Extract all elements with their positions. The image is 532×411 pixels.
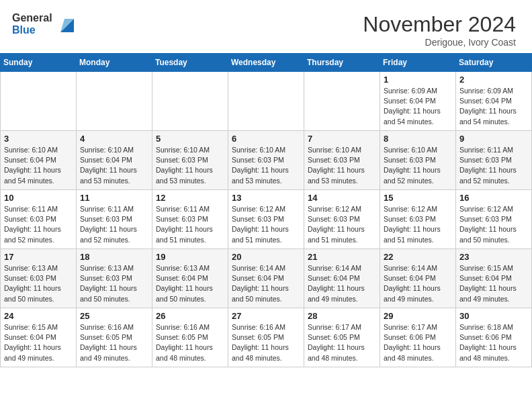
calendar-week-row: 10Sunrise: 6:11 AM Sunset: 6:03 PM Dayli… <box>1 190 532 249</box>
day-info: Sunrise: 6:13 AM Sunset: 6:03 PM Dayligh… <box>80 263 148 304</box>
calendar-week-row: 1Sunrise: 6:09 AM Sunset: 6:04 PM Daylig… <box>1 72 532 131</box>
day-number: 18 <box>80 252 148 262</box>
calendar-day-11: 11Sunrise: 6:11 AM Sunset: 6:03 PM Dayli… <box>77 190 152 249</box>
day-number: 8 <box>384 134 452 144</box>
day-info: Sunrise: 6:12 AM Sunset: 6:03 PM Dayligh… <box>232 204 300 245</box>
calendar-day-4: 4Sunrise: 6:10 AM Sunset: 6:04 PM Daylig… <box>77 131 152 190</box>
day-info: Sunrise: 6:10 AM Sunset: 6:03 PM Dayligh… <box>308 145 376 186</box>
day-info: Sunrise: 6:10 AM Sunset: 6:03 PM Dayligh… <box>384 145 452 186</box>
day-info: Sunrise: 6:15 AM Sunset: 6:04 PM Dayligh… <box>459 263 528 304</box>
calendar-day-12: 12Sunrise: 6:11 AM Sunset: 6:03 PM Dayli… <box>152 190 228 249</box>
day-info: Sunrise: 6:11 AM Sunset: 6:03 PM Dayligh… <box>156 204 224 245</box>
day-number: 5 <box>156 134 224 144</box>
day-info: Sunrise: 6:10 AM Sunset: 6:04 PM Dayligh… <box>80 145 148 186</box>
day-header-saturday: Saturday <box>456 54 532 72</box>
calendar-week-row: 3Sunrise: 6:10 AM Sunset: 6:04 PM Daylig… <box>1 131 532 190</box>
day-info: Sunrise: 6:16 AM Sunset: 6:05 PM Dayligh… <box>156 322 224 363</box>
page-header: General Blue November 2024 Derigoue, Ivo… <box>0 0 532 53</box>
day-header-tuesday: Tuesday <box>152 54 228 72</box>
calendar-day-21: 21Sunrise: 6:14 AM Sunset: 6:04 PM Dayli… <box>304 249 380 308</box>
day-number: 24 <box>4 311 73 321</box>
day-number: 7 <box>308 134 376 144</box>
calendar-empty-cell <box>77 72 152 131</box>
day-number: 13 <box>232 193 300 203</box>
location: Derigoue, Ivory Coast <box>363 37 516 48</box>
day-number: 27 <box>232 311 300 321</box>
day-number: 3 <box>4 134 73 144</box>
day-header-wednesday: Wednesday <box>228 54 304 72</box>
logo-blue-text: Blue <box>12 24 52 36</box>
calendar-day-22: 22Sunrise: 6:14 AM Sunset: 6:04 PM Dayli… <box>380 249 456 308</box>
day-info: Sunrise: 6:13 AM Sunset: 6:03 PM Dayligh… <box>4 263 73 304</box>
day-number: 15 <box>384 193 452 203</box>
calendar-day-20: 20Sunrise: 6:14 AM Sunset: 6:04 PM Dayli… <box>228 249 304 308</box>
day-number: 29 <box>384 311 452 321</box>
day-info: Sunrise: 6:10 AM Sunset: 6:03 PM Dayligh… <box>156 145 224 186</box>
calendar-day-3: 3Sunrise: 6:10 AM Sunset: 6:04 PM Daylig… <box>1 131 77 190</box>
day-number: 12 <box>156 193 224 203</box>
calendar-day-30: 30Sunrise: 6:18 AM Sunset: 6:06 PM Dayli… <box>456 308 532 367</box>
day-info: Sunrise: 6:11 AM Sunset: 6:03 PM Dayligh… <box>80 204 148 245</box>
day-info: Sunrise: 6:12 AM Sunset: 6:03 PM Dayligh… <box>308 204 376 245</box>
logo-icon <box>55 13 77 35</box>
calendar-day-19: 19Sunrise: 6:13 AM Sunset: 6:04 PM Dayli… <box>152 249 228 308</box>
day-number: 6 <box>232 134 300 144</box>
calendar-day-14: 14Sunrise: 6:12 AM Sunset: 6:03 PM Dayli… <box>304 190 380 249</box>
calendar-day-27: 27Sunrise: 6:16 AM Sunset: 6:05 PM Dayli… <box>228 308 304 367</box>
calendar-day-16: 16Sunrise: 6:12 AM Sunset: 6:03 PM Dayli… <box>456 190 532 249</box>
calendar-empty-cell <box>1 72 77 131</box>
day-number: 2 <box>459 75 528 85</box>
calendar-day-23: 23Sunrise: 6:15 AM Sunset: 6:04 PM Dayli… <box>456 249 532 308</box>
calendar-day-17: 17Sunrise: 6:13 AM Sunset: 6:03 PM Dayli… <box>1 249 77 308</box>
calendar-day-13: 13Sunrise: 6:12 AM Sunset: 6:03 PM Dayli… <box>228 190 304 249</box>
calendar-day-18: 18Sunrise: 6:13 AM Sunset: 6:03 PM Dayli… <box>77 249 152 308</box>
day-info: Sunrise: 6:17 AM Sunset: 6:05 PM Dayligh… <box>308 322 376 363</box>
calendar-day-7: 7Sunrise: 6:10 AM Sunset: 6:03 PM Daylig… <box>304 131 380 190</box>
calendar-empty-cell <box>228 72 304 131</box>
calendar-day-10: 10Sunrise: 6:11 AM Sunset: 6:03 PM Dayli… <box>1 190 77 249</box>
calendar-day-5: 5Sunrise: 6:10 AM Sunset: 6:03 PM Daylig… <box>152 131 228 190</box>
day-info: Sunrise: 6:17 AM Sunset: 6:06 PM Dayligh… <box>384 322 452 363</box>
day-number: 23 <box>459 252 528 262</box>
day-info: Sunrise: 6:15 AM Sunset: 6:04 PM Dayligh… <box>4 322 73 363</box>
calendar-header-row: SundayMondayTuesdayWednesdayThursdayFrid… <box>1 54 532 72</box>
day-info: Sunrise: 6:11 AM Sunset: 6:03 PM Dayligh… <box>4 204 73 245</box>
month-title: November 2024 <box>363 12 516 37</box>
day-info: Sunrise: 6:09 AM Sunset: 6:04 PM Dayligh… <box>459 86 528 127</box>
calendar-day-29: 29Sunrise: 6:17 AM Sunset: 6:06 PM Dayli… <box>380 308 456 367</box>
day-info: Sunrise: 6:18 AM Sunset: 6:06 PM Dayligh… <box>459 322 528 363</box>
day-number: 26 <box>156 311 224 321</box>
day-number: 21 <box>308 252 376 262</box>
calendar-day-26: 26Sunrise: 6:16 AM Sunset: 6:05 PM Dayli… <box>152 308 228 367</box>
day-info: Sunrise: 6:12 AM Sunset: 6:03 PM Dayligh… <box>459 204 528 245</box>
calendar-empty-cell <box>152 72 228 131</box>
day-number: 16 <box>459 193 528 203</box>
day-number: 25 <box>80 311 148 321</box>
day-number: 9 <box>459 134 528 144</box>
day-number: 22 <box>384 252 452 262</box>
logo-general-text: General <box>12 12 52 24</box>
day-number: 1 <box>384 75 452 85</box>
day-info: Sunrise: 6:16 AM Sunset: 6:05 PM Dayligh… <box>232 322 300 363</box>
calendar-day-28: 28Sunrise: 6:17 AM Sunset: 6:05 PM Dayli… <box>304 308 380 367</box>
day-number: 4 <box>80 134 148 144</box>
calendar-week-row: 17Sunrise: 6:13 AM Sunset: 6:03 PM Dayli… <box>1 249 532 308</box>
calendar-day-6: 6Sunrise: 6:10 AM Sunset: 6:03 PM Daylig… <box>228 131 304 190</box>
day-info: Sunrise: 6:09 AM Sunset: 6:04 PM Dayligh… <box>384 86 452 127</box>
day-info: Sunrise: 6:14 AM Sunset: 6:04 PM Dayligh… <box>232 263 300 304</box>
day-header-thursday: Thursday <box>304 54 380 72</box>
day-number: 10 <box>4 193 73 203</box>
day-info: Sunrise: 6:14 AM Sunset: 6:04 PM Dayligh… <box>384 263 452 304</box>
calendar-week-row: 24Sunrise: 6:15 AM Sunset: 6:04 PM Dayli… <box>1 308 532 367</box>
day-header-monday: Monday <box>77 54 152 72</box>
logo: General Blue <box>12 12 77 36</box>
calendar-empty-cell <box>304 72 380 131</box>
calendar-day-15: 15Sunrise: 6:12 AM Sunset: 6:03 PM Dayli… <box>380 190 456 249</box>
day-number: 14 <box>308 193 376 203</box>
calendar-day-8: 8Sunrise: 6:10 AM Sunset: 6:03 PM Daylig… <box>380 131 456 190</box>
day-info: Sunrise: 6:11 AM Sunset: 6:03 PM Dayligh… <box>459 145 528 186</box>
day-info: Sunrise: 6:12 AM Sunset: 6:03 PM Dayligh… <box>384 204 452 245</box>
day-number: 20 <box>232 252 300 262</box>
day-header-sunday: Sunday <box>1 54 77 72</box>
day-info: Sunrise: 6:10 AM Sunset: 6:03 PM Dayligh… <box>232 145 300 186</box>
